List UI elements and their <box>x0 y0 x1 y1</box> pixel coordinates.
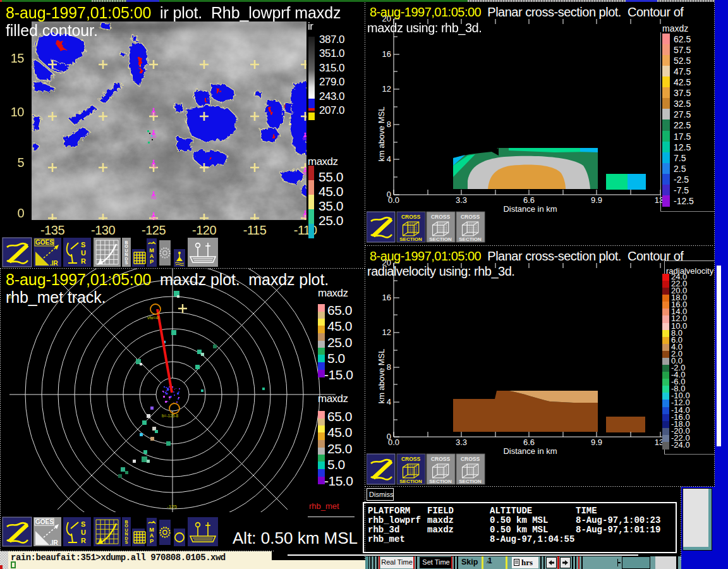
svg-text:.IR: .IR <box>50 539 59 546</box>
svg-text:4: 4 <box>387 397 391 407</box>
svg-text:GOES: GOES <box>35 518 54 525</box>
svg-text:4: 4 <box>387 154 391 164</box>
svg-text:Distance in km: Distance in km <box>503 446 557 456</box>
svg-text:S: S <box>81 520 85 528</box>
svg-text:km above MSL: km above MSL <box>377 107 386 162</box>
svg-text:-125: -125 <box>167 504 178 510</box>
svg-text:SECTION: SECTION <box>429 236 452 242</box>
svg-text:R: R <box>81 257 86 265</box>
svg-text:12: 12 <box>382 327 391 337</box>
svg-text:9.9: 9.9 <box>591 437 602 447</box>
svg-text:CROSS: CROSS <box>431 214 451 220</box>
svg-text:U: U <box>81 249 86 257</box>
svg-text:SECTION: SECTION <box>429 479 452 484</box>
svg-text:6.6: 6.6 <box>523 437 535 447</box>
svg-text:16: 16 <box>382 49 391 59</box>
svg-text:16: 16 <box>382 293 391 302</box>
svg-text:3.3: 3.3 <box>456 437 467 447</box>
svg-text:3.3: 3.3 <box>456 195 467 205</box>
svg-text:6.6: 6.6 <box>523 195 535 205</box>
svg-text:U: U <box>81 529 86 536</box>
svg-text:8: 8 <box>387 119 391 129</box>
svg-text:.IR: .IR <box>50 260 59 267</box>
svg-text:P: P <box>150 259 154 265</box>
svg-text:SECTION: SECTION <box>459 236 482 242</box>
svg-text:S: S <box>125 260 128 265</box>
svg-text:12: 12 <box>382 84 391 94</box>
svg-text:R: R <box>81 537 86 544</box>
svg-text:CROSS: CROSS <box>401 214 421 220</box>
svg-text:SECTION: SECTION <box>459 479 482 484</box>
svg-text:b=-125-8: b=-125-8 <box>162 413 179 418</box>
svg-text:CROSS: CROSS <box>461 456 480 462</box>
svg-text:vfw=4t: vfw=4t <box>147 315 159 320</box>
svg-text:S: S <box>81 241 85 248</box>
svg-text:0.0: 0.0 <box>388 437 399 447</box>
svg-text:SECTION: SECTION <box>399 236 422 242</box>
svg-text:P: P <box>150 538 154 544</box>
svg-text:S: S <box>125 540 128 544</box>
svg-text:0.0: 0.0 <box>388 195 399 205</box>
svg-text:8: 8 <box>387 362 391 372</box>
svg-text:GOES: GOES <box>35 239 54 246</box>
svg-text:CROSS: CROSS <box>431 456 451 462</box>
svg-text:SECTION: SECTION <box>399 479 422 484</box>
svg-text:9.9: 9.9 <box>591 195 602 205</box>
svg-text:km above MSL: km above MSL <box>377 349 386 404</box>
svg-text:CROSS: CROSS <box>401 456 421 462</box>
svg-text:Distance in km: Distance in km <box>503 204 557 214</box>
svg-text:CROSS: CROSS <box>461 214 480 220</box>
